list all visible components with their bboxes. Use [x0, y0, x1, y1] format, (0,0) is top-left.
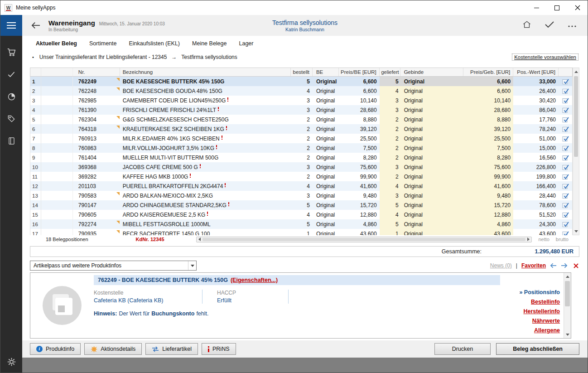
table-row[interactable]: 7 760913 MILR.K.EDAMER 40% 1KG SCHEIBEN …	[30, 134, 572, 143]
confirm-position-cell[interactable]	[559, 134, 572, 143]
table-row[interactable]: 10 369368 JACOBS CAFE CREME 500 G 3 Orig…	[30, 162, 572, 172]
settings-button[interactable]	[6, 357, 16, 367]
delivered-qty-cell[interactable]: 1	[380, 229, 400, 235]
delivered-qty-cell[interactable]: 4	[380, 86, 400, 96]
package-cell[interactable]: Original	[400, 143, 464, 153]
tab-aktueller-beleg[interactable]: Aktueller Beleg	[36, 40, 77, 47]
sidebar-item-journal[interactable]	[6, 136, 16, 146]
tab-einkaufslisten[interactable]: Einkaufslisten (EKL)	[129, 40, 180, 47]
delivered-qty-cell[interactable]: 3	[380, 162, 400, 172]
favoriten-link[interactable]: Favoriten	[521, 262, 546, 269]
table-row[interactable]: 11 369282 KAFFEE HAG MKB 1000G 2 Origina…	[30, 172, 572, 181]
table-row[interactable]: 4 761390 FRISCHLI CREME FRISCHLI 24%1LT …	[30, 105, 572, 115]
table-row[interactable]: 17 790935 BECR SACHERTORTE 1450 G 100 1 …	[30, 229, 572, 235]
column-header-preis-be[interactable]: Preis/BE [EUR]	[339, 68, 380, 76]
delivered-qty-cell[interactable]: 3	[380, 191, 400, 200]
aktionsdetails-button[interactable]: Aktionsdetails	[84, 343, 142, 355]
price-per-package-cell[interactable]: 39,120	[463, 124, 513, 134]
package-cell[interactable]: Original	[400, 191, 464, 200]
tab-lager[interactable]: Lager	[239, 40, 253, 47]
confirm-button[interactable]	[545, 21, 554, 29]
maximize-button[interactable]	[547, 0, 567, 15]
column-header-be[interactable]: BE	[313, 68, 339, 76]
beleg-abschliessen-button[interactable]: Beleg abschließen	[496, 343, 579, 355]
brutto-label[interactable]: brutto	[556, 237, 569, 242]
price-per-package-cell[interactable]: 4,860	[463, 219, 513, 229]
package-cell[interactable]: Original	[400, 229, 464, 235]
tab-meine-belege[interactable]: Meine Belege	[192, 40, 227, 47]
price-per-package-cell[interactable]: 7,500	[463, 143, 513, 153]
price-per-package-cell[interactable]: 10,140	[463, 96, 513, 105]
sidebar-item-tasks[interactable]	[6, 69, 16, 79]
netto-label[interactable]: netto	[538, 237, 549, 242]
allergene-link[interactable]: Allergene	[534, 327, 560, 334]
package-cell[interactable]: Original	[400, 181, 464, 191]
confirm-position-cell[interactable]	[559, 172, 572, 181]
table-horizontal-scrollbar[interactable]	[196, 237, 532, 242]
column-header-pos-wert[interactable]: Pos.-Wert [EUR]	[513, 68, 559, 76]
scroll-up-arrow[interactable]	[573, 68, 579, 75]
delivered-qty-cell[interactable]: 4	[380, 181, 400, 191]
price-per-package-cell[interactable]: 75,600	[463, 162, 513, 172]
bestellinfo-link[interactable]: Bestellinfo	[531, 299, 560, 305]
confirm-position-cell[interactable]	[559, 210, 572, 219]
eigenschaften-link[interactable]: (Eigenschaften...)	[231, 277, 278, 283]
table-row[interactable]: 2 762248 BOE KAESESCHEIB GOUDA 48% 150G …	[30, 86, 572, 96]
price-per-package-cell[interactable]: 8,280	[463, 153, 513, 162]
home-button[interactable]	[522, 20, 531, 31]
sidebar-item-prices[interactable]	[6, 114, 16, 124]
herstellerinfo-link[interactable]: Herstellerinfo	[523, 308, 560, 315]
confirm-position-cell[interactable]	[559, 77, 572, 86]
confirm-position-cell[interactable]	[559, 143, 572, 153]
news-link[interactable]: News (0)	[490, 262, 512, 269]
confirm-position-cell[interactable]	[559, 229, 572, 235]
delivered-qty-cell[interactable]: 2	[380, 153, 400, 162]
produktinfo-button[interactable]: i Produktinfo	[30, 343, 81, 355]
delivered-qty-cell[interactable]: 5	[380, 219, 400, 229]
table-row[interactable]: 8 760863 MILR.VOLLMI-JOGHURT 3,5% 10KG 2…	[30, 143, 572, 153]
scroll-down-arrow[interactable]	[564, 331, 571, 338]
table-row[interactable]: 13 790583 ARDO BALKAN-MEXICO-MIX 2,5KG 3…	[30, 191, 572, 200]
package-cell[interactable]: Original	[400, 134, 464, 143]
confirm-position-cell[interactable]	[559, 191, 572, 200]
naehrwerte-link[interactable]: Nährwerte	[532, 318, 560, 324]
price-per-package-cell[interactable]: 99,900	[463, 172, 513, 181]
table-vertical-scrollbar[interactable]	[573, 68, 579, 235]
table-row[interactable]: 1 762249 BOE KAESESCHE BUTTERK 45% 150G …	[30, 77, 572, 86]
column-header-bezeichnung[interactable]: Bezeichnung	[120, 68, 291, 76]
column-header-preis-geb[interactable]: Preis/Geb. [EUR]	[463, 68, 513, 76]
positionsinfo-link[interactable]: » Positionsinfo	[519, 289, 560, 295]
package-cell[interactable]: Original	[400, 105, 464, 115]
back-button[interactable]	[30, 21, 41, 29]
scroll-left-arrow[interactable]	[198, 237, 201, 241]
package-cell[interactable]: Original	[400, 115, 464, 124]
product-info-select[interactable]: Artikelpass und weitere Produktinfos	[30, 261, 197, 271]
package-cell[interactable]: Original	[400, 153, 464, 162]
package-cell[interactable]: Original	[400, 77, 464, 86]
delivered-qty-cell[interactable]: 2	[380, 134, 400, 143]
delivered-qty-cell[interactable]: 2	[380, 172, 400, 181]
price-per-package-cell[interactable]: 6,600	[463, 77, 513, 86]
lieferartikel-button[interactable]: Lieferartikel	[145, 343, 198, 355]
column-header-nr[interactable]: Nr.	[73, 68, 120, 76]
confirm-position-cell[interactable]	[559, 181, 572, 191]
package-cell[interactable]: Original	[400, 96, 464, 105]
confirm-position-cell[interactable]	[559, 162, 572, 172]
price-per-package-cell[interactable]: 12,880	[463, 210, 513, 219]
delivered-qty-cell[interactable]: 3	[380, 105, 400, 115]
sidebar-item-statistics[interactable]	[6, 92, 16, 102]
confirm-position-cell[interactable]	[559, 124, 572, 134]
package-cell[interactable]: Original	[400, 172, 464, 181]
menu-button[interactable]	[0, 15, 22, 36]
detail-vertical-scrollbar[interactable]	[564, 273, 571, 338]
delivered-qty-cell[interactable]: 4	[380, 210, 400, 219]
delivered-qty-cell[interactable]: 2	[380, 124, 400, 134]
delivered-qty-cell[interactable]: 5	[380, 77, 400, 86]
confirm-position-cell[interactable]	[559, 200, 572, 210]
close-button[interactable]	[567, 0, 588, 15]
scroll-down-arrow[interactable]	[573, 228, 579, 235]
preselect-costcenter-link[interactable]: Kostenstelle vorauswählen	[512, 53, 578, 61]
package-cell[interactable]: Original	[400, 219, 464, 229]
minimize-button[interactable]	[526, 0, 547, 15]
close-panel-button[interactable]	[574, 263, 578, 268]
